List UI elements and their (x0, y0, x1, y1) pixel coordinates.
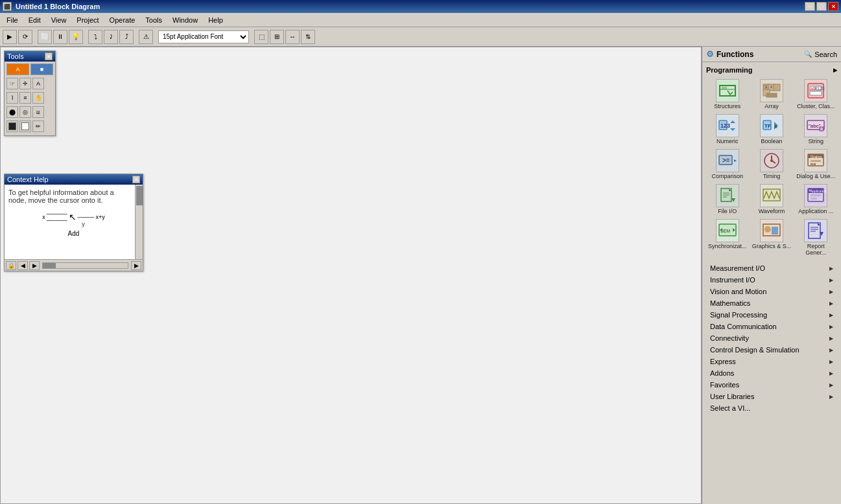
svg-point-34 (770, 159, 773, 162)
tb-reorder[interactable]: ⇅ (301, 30, 315, 44)
sub-item-connectivity[interactable]: Connectivity ▶ (705, 332, 838, 344)
menu-operate[interactable]: Operate (106, 15, 139, 25)
menu-edit[interactable]: Edit (25, 15, 45, 25)
icon-waveform-label: Waveform (759, 208, 785, 214)
tb-run[interactable]: ▶ (3, 30, 17, 44)
svg-text:Dialog: Dialog (811, 155, 822, 159)
maximize-button[interactable]: □ (816, 2, 827, 11)
context-help-close[interactable]: ✕ (132, 176, 140, 183)
sub-item-express[interactable]: Express ▶ (705, 356, 838, 367)
sub-item-measurement-io[interactable]: Measurement I/O ▶ (705, 262, 838, 274)
icon-cluster[interactable]: abc 123 Cluster, Clas... (795, 78, 837, 111)
sub-item-user-libraries-label: User Libraries (710, 393, 754, 400)
icon-fileio[interactable]: File I/O (706, 183, 748, 216)
programming-label: Programming (706, 66, 753, 74)
tool-shortcut[interactable]: ≡ (19, 92, 31, 104)
context-help-text: To get helpful information about a node,… (8, 189, 139, 204)
search-label[interactable]: Search (814, 51, 837, 58)
sub-item-instrument-io[interactable]: Instrument I/O ▶ (705, 274, 838, 286)
tool-color-fg[interactable] (6, 120, 18, 132)
svg-rect-9 (766, 93, 777, 97)
tool-pencil[interactable]: ✏ (32, 120, 44, 132)
svg-text:"abc": "abc" (809, 123, 821, 129)
icon-string-label: String (809, 138, 824, 144)
tool-color-bg[interactable] (19, 120, 31, 132)
menu-project[interactable]: Project (73, 15, 102, 25)
svg-text:TF: TF (764, 123, 771, 129)
footer-scroll-right[interactable]: ▶ (131, 261, 141, 270)
menu-file[interactable]: File (3, 15, 22, 25)
tool-automatic[interactable]: A (6, 63, 29, 75)
icon-structures-label: Structures (714, 103, 740, 109)
icon-structures[interactable]: Structures (706, 78, 748, 111)
tool-active[interactable]: ■ (30, 63, 53, 75)
tool-position[interactable]: ✛ (19, 78, 31, 89)
context-help-hscrollbar[interactable] (42, 262, 128, 269)
icon-string[interactable]: "abc" A String (795, 113, 837, 146)
sub-item-vision-motion[interactable]: Vision and Motion ▶ (705, 286, 838, 297)
icon-array[interactable]: 1 2 Array (750, 78, 792, 111)
tb-distribute[interactable]: ⊞ (270, 30, 284, 44)
menu-help[interactable]: Help (204, 15, 227, 25)
sub-item-instrument-io-label: Instrument I/O (710, 276, 755, 284)
tb-step-into[interactable]: ⤵ (88, 30, 102, 44)
footer-back-btn[interactable]: ◀ (18, 261, 28, 270)
icon-waveform[interactable]: Waveform (750, 183, 792, 216)
sub-item-addons[interactable]: Addons ▶ (705, 367, 838, 379)
icon-cluster-box: abc 123 (804, 79, 827, 102)
functions-header: ⚙ Functions 🔍 Search (702, 47, 841, 62)
sub-item-data-communication[interactable]: Data Communication ▶ (705, 321, 838, 332)
icon-timing[interactable]: Timing (750, 148, 792, 181)
icon-numeric[interactable]: 123 Numeric (706, 113, 748, 146)
svg-text:123: 123 (720, 122, 730, 129)
sub-item-addons-arrow: ▶ (829, 371, 833, 376)
tb-abort[interactable]: ⬜ (38, 30, 52, 44)
tool-probe[interactable]: ◎ (19, 106, 31, 118)
icon-synchronization[interactable]: SEM Synchronizat... (706, 218, 748, 257)
cursor-indicator: ↖ (69, 212, 77, 222)
footer-lock-btn[interactable]: 🔒 (6, 261, 16, 270)
sub-item-user-libraries[interactable]: User Libraries ▶ (705, 391, 838, 402)
sub-item-control-design[interactable]: Control Design & Simulation ▶ (705, 344, 838, 356)
tools-panel: Tools ✕ A ■ ☞ ✛ A ⌇ ≡ ✋ (4, 51, 56, 136)
tb-pause[interactable]: ⏸ (53, 30, 67, 44)
close-button[interactable]: ✕ (828, 2, 838, 11)
menu-window[interactable]: Window (169, 15, 202, 25)
tool-color-copy[interactable]: ⧇ (32, 106, 44, 118)
tb-step-out[interactable]: ⤴ (119, 30, 134, 44)
icon-graphics[interactable]: Graphics & S... (750, 218, 792, 257)
tool-operate[interactable]: ☞ (6, 78, 18, 89)
icon-application[interactable]: Application Application ... (795, 183, 837, 216)
menu-tools[interactable]: Tools (141, 15, 166, 25)
icon-comparison[interactable]: >= Comparison (706, 148, 748, 181)
tool-label[interactable]: A (32, 78, 44, 89)
sub-item-mathematics-arrow: ▶ (829, 301, 833, 306)
sub-item-signal-processing[interactable]: Signal Processing ▶ (705, 309, 838, 321)
tb-warnings[interactable]: ⚠ (139, 30, 153, 44)
minimize-button[interactable]: ─ (805, 2, 815, 11)
tool-wire[interactable]: ⌇ (6, 92, 18, 104)
sub-item-mathematics[interactable]: Mathematics ▶ (705, 297, 838, 309)
icon-dialog[interactable]: Dialog OK Dialog & Use... (795, 148, 837, 181)
footer-forward-btn[interactable]: ▶ (29, 261, 40, 270)
programming-header[interactable]: Programming ▶ (705, 65, 838, 75)
context-help-scrollbar[interactable] (135, 185, 143, 259)
icon-boolean[interactable]: TF A Boolean (750, 113, 792, 146)
tb-align[interactable]: ⬚ (254, 30, 268, 44)
icon-numeric-label: Numeric (717, 138, 739, 144)
sub-item-favorites[interactable]: Favorites ▶ (705, 379, 838, 391)
tool-scroll[interactable]: ✋ (32, 92, 44, 104)
icon-report[interactable]: Report Gener... (795, 218, 837, 257)
tool-breakpoint[interactable]: ⬤ (6, 106, 18, 118)
font-select[interactable]: 15pt Application Font (158, 30, 249, 43)
tb-run-continuous[interactable]: ⟳ (18, 30, 32, 44)
tb-highlight[interactable]: 💡 (69, 30, 83, 44)
svg-rect-5 (774, 84, 780, 91)
sub-item-user-libraries-arrow: ▶ (829, 394, 833, 400)
tb-step-over[interactable]: ⤸ (104, 30, 118, 44)
menu-view[interactable]: View (47, 15, 71, 25)
tb-resize[interactable]: ↔ (285, 30, 300, 44)
icon-report-label: Report Gener... (796, 243, 836, 256)
sub-item-select-vi[interactable]: Select a VI... (705, 402, 838, 414)
tools-panel-close[interactable]: ✕ (45, 52, 53, 60)
